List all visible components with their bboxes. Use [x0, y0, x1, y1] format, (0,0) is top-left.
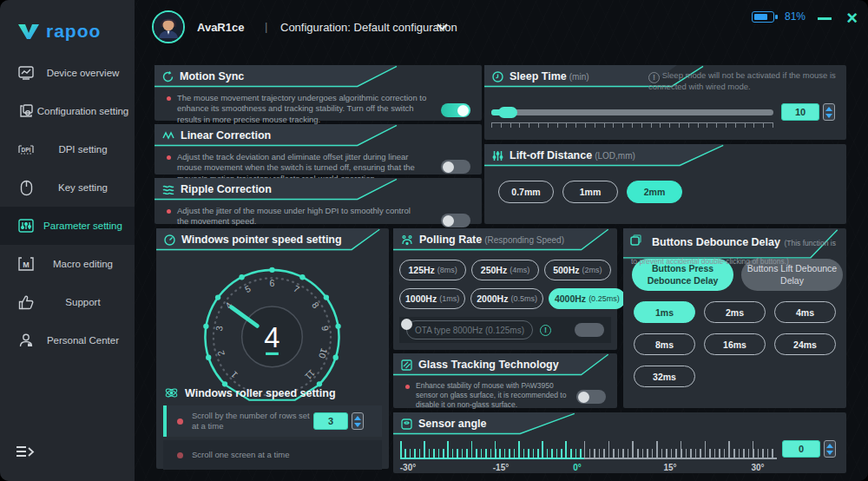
- bullet-dot: [167, 96, 171, 101]
- debounce-option-32ms[interactable]: 32ms: [634, 366, 695, 387]
- ripple-correction-panel: Ripple Correction Adjust the jitter of t…: [155, 178, 482, 224]
- lod-option-1mm[interactable]: 1mm: [562, 181, 618, 203]
- svg-text:11: 11: [303, 368, 317, 382]
- sleep-slider-handle[interactable]: [498, 107, 517, 118]
- sensor-angle-value-input[interactable]: 0: [782, 440, 820, 458]
- roller-rows-value-input[interactable]: 3: [313, 412, 348, 430]
- sidebar-item-dpi-setting[interactable]: DPI DPI setting: [0, 130, 135, 168]
- glass-tracking-toggle[interactable]: [576, 390, 606, 404]
- linear-correction-icon: [162, 130, 174, 141]
- key-setting-icon: [17, 179, 35, 196]
- sidebar-item-configuration-setting[interactable]: Configuration setting: [0, 92, 135, 130]
- close-button[interactable]: ×: [846, 7, 858, 30]
- debounce-option-16ms[interactable]: 16ms: [704, 333, 766, 355]
- sensor-angle-icon: [401, 418, 412, 430]
- svg-text:9: 9: [319, 325, 331, 332]
- sensor-angle-header: Sensor angle: [393, 412, 846, 435]
- sleep-time-value-input[interactable]: 10: [781, 103, 819, 121]
- linear-correction-panel: Linear Correction Adjust the track devia…: [155, 124, 482, 175]
- sensor-angle-panel: Sensor angle -30° -15° 0° 15° 30° 0: [393, 412, 846, 473]
- sleep-time-panel: Sleep Time (min) ! Sleep mode will not b…: [484, 65, 846, 140]
- linear-correction-header: Linear Correction: [155, 124, 482, 147]
- debounce-option-8ms[interactable]: 8ms: [634, 333, 695, 355]
- polling-option-500hz[interactable]: 500Hz(2ms): [544, 260, 611, 280]
- polling-option-250hz[interactable]: 250Hz(4ms): [471, 260, 538, 280]
- sidebar-item-key-setting[interactable]: Key setting: [0, 168, 135, 207]
- dpi-setting-icon: DPI: [17, 141, 35, 158]
- pointer-speed-header: Windows pointer speed setting: [156, 228, 389, 251]
- app-window: rapoo Device overview Configuration sett…: [0, 0, 868, 481]
- motion-sync-toggle[interactable]: [441, 103, 470, 117]
- sidebar-item-personal-center[interactable]: Personal Center: [0, 321, 135, 359]
- ota-polling-row: OTA type 8000Hz (0.125ms) !: [399, 317, 611, 343]
- bullet-dot: [167, 155, 171, 160]
- ota-info-icon[interactable]: !: [540, 325, 551, 336]
- angle-label: 15°: [663, 463, 676, 472]
- debounce-option-4ms[interactable]: 4ms: [774, 301, 836, 323]
- pointer-speed-icon: [164, 234, 175, 246]
- debounce-header: Buttons Debounce Delay (This function is…: [623, 228, 846, 260]
- minimize-button[interactable]: [818, 17, 832, 20]
- polling-rate-panel: Polling Rate (Responding Speed) 125Hz(8m…: [393, 228, 617, 350]
- motion-sync-panel: Motion Sync The mouse movement trajector…: [155, 65, 482, 121]
- angle-label: 0°: [573, 463, 582, 472]
- debounce-option-24ms[interactable]: 24ms: [774, 333, 836, 355]
- glass-tracking-header: Glass Tracking Technology: [393, 353, 617, 376]
- sidebar-collapse-button[interactable]: [16, 445, 36, 462]
- polling-option-2000hz[interactable]: 2000Hz(0.5ms): [470, 288, 543, 309]
- configuration-setting-icon: [17, 102, 35, 120]
- svg-text:8: 8: [310, 300, 321, 311]
- bullet-dot: [405, 385, 410, 389]
- roller-speed-icon: [165, 386, 178, 399]
- motion-sync-desc: The mouse movement trajectory undergoes …: [177, 93, 431, 125]
- angle-label: 30°: [751, 463, 764, 472]
- debounce-delay-panel: Buttons Debounce Delay (This function is…: [623, 228, 846, 408]
- polling-option-125hz[interactable]: 125Hz(8ms): [399, 260, 466, 280]
- glass-tracking-icon: [401, 359, 412, 371]
- debounce-option-2ms[interactable]: 2ms: [704, 301, 766, 323]
- sleep-slider-track[interactable]: [491, 109, 773, 115]
- gauge-value: 4: [264, 321, 279, 353]
- roller-option-screen[interactable]: Scroll one screen at a time: [163, 440, 382, 470]
- polling-option-1000hz[interactable]: 1000Hz(1ms): [399, 288, 465, 309]
- polling-option-4000hz[interactable]: 4000Hz(0.25ms): [549, 288, 626, 309]
- ota-toggle[interactable]: [575, 323, 604, 337]
- sensor-angle-ruler[interactable]: [400, 440, 777, 459]
- sidebar-item-parameter-setting[interactable]: Parameter setting: [0, 207, 135, 245]
- battery-percent: 81%: [785, 10, 806, 23]
- sidebar-item-macro-editing[interactable]: M Macro editing: [0, 245, 135, 283]
- linear-correction-toggle[interactable]: [441, 160, 470, 174]
- info-icon: !: [648, 72, 660, 83]
- debounce-option-1ms[interactable]: 1ms: [634, 301, 695, 323]
- sleep-time-slider: 5 10 30 60 120: [491, 105, 778, 131]
- radio-dot: [177, 418, 183, 425]
- sidebar: rapoo Device overview Configuration sett…: [0, 0, 135, 481]
- macro-editing-icon: M: [17, 255, 35, 273]
- avatar[interactable]: [152, 10, 185, 43]
- roller-rows-stepper[interactable]: [352, 412, 364, 430]
- bullet-dot: [167, 209, 171, 214]
- polling-rate-header: Polling Rate (Responding Speed): [393, 228, 617, 251]
- sleep-mode-note: ! Sleep mode will not be activated if th…: [648, 70, 838, 93]
- sidebar-item-support[interactable]: Support: [0, 283, 135, 321]
- svg-text:6: 6: [270, 278, 275, 288]
- sidebar-item-device-overview[interactable]: Device overview: [0, 54, 135, 92]
- rapoo-logo: rapoo: [17, 21, 101, 42]
- lod-option-2mm[interactable]: 2mm: [627, 181, 682, 203]
- rapoo-logo-text: rapoo: [46, 21, 101, 42]
- sensor-angle-stepper[interactable]: [824, 440, 836, 458]
- chevron-down-icon[interactable]: [437, 23, 448, 30]
- lod-option-0_7mm[interactable]: 0.7mm: [498, 181, 554, 203]
- sleep-time-stepper[interactable]: [823, 103, 835, 121]
- angle-label: -15°: [493, 463, 509, 472]
- roller-option-rows[interactable]: Scroll by the number of rows set at a ti…: [163, 405, 382, 437]
- ota-8000hz-pill[interactable]: OTA type 8000Hz (0.125ms): [406, 320, 533, 339]
- angle-label: -30°: [400, 463, 416, 472]
- motion-sync-icon: [162, 71, 174, 82]
- svg-text:10: 10: [317, 347, 330, 360]
- configuration-selector-label[interactable]: Configuration: Default configuration: [280, 21, 457, 34]
- ripple-correction-toggle[interactable]: [441, 214, 470, 227]
- ripple-correction-desc: Adjust the jitter of the mouse under hig…: [177, 206, 420, 227]
- sidebar-menu: Device overview Configuration setting DP…: [0, 54, 135, 359]
- roller-speed-header: Windows roller speed setting: [165, 386, 336, 399]
